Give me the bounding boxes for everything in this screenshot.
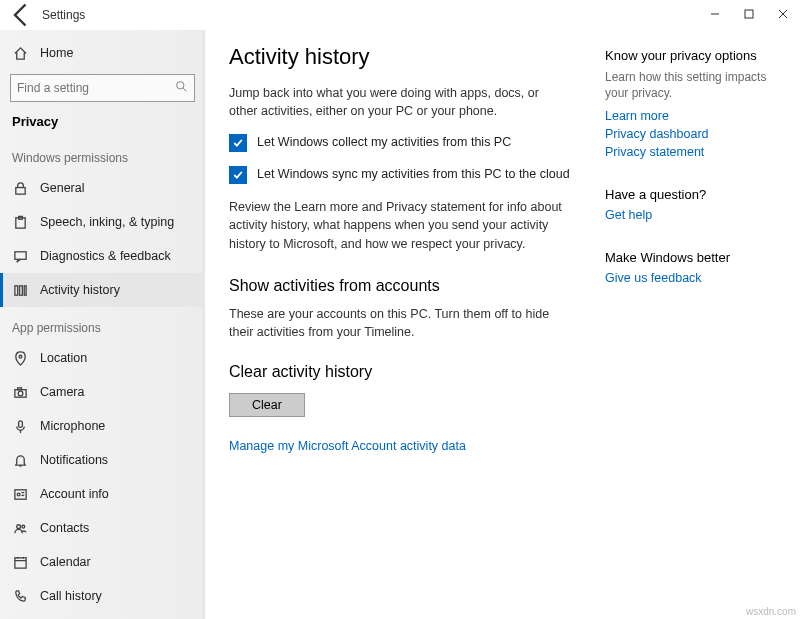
main-area: Activity history Jump back into what you… (205, 30, 800, 619)
sidebar: Home Privacy Windows permissions General… (0, 30, 205, 619)
sidebar-item-label: Location (40, 351, 87, 365)
account-icon (12, 487, 28, 502)
sidebar-item-label: Home (40, 46, 73, 60)
sidebar-item-call-history[interactable]: Call history (0, 579, 205, 613)
svg-rect-12 (24, 285, 26, 294)
checkbox-checked-icon (229, 166, 247, 184)
title-bar: Settings (0, 0, 800, 30)
clipboard-icon (12, 215, 28, 230)
sidebar-item-label: Speech, inking, & typing (40, 215, 174, 229)
sidebar-item-label: Activity history (40, 283, 120, 297)
checkbox-collect[interactable]: Let Windows collect my activities from t… (229, 134, 599, 152)
window-title: Settings (42, 8, 85, 22)
svg-line-5 (183, 88, 186, 91)
accounts-text: These are your accounts on this PC. Turn… (229, 305, 569, 341)
privacy-dashboard-link[interactable]: Privacy dashboard (605, 127, 769, 141)
sidebar-item-label: Microphone (40, 419, 105, 433)
phone-icon (12, 589, 28, 604)
privacy-statement-link[interactable]: Privacy statement (605, 145, 769, 159)
feedback-link[interactable]: Give us feedback (605, 271, 769, 285)
svg-point-4 (177, 82, 184, 89)
page-title: Activity history (229, 44, 599, 70)
location-icon (12, 351, 28, 366)
contacts-icon (12, 521, 28, 536)
search-input[interactable] (17, 81, 175, 95)
privacy-options-heading: Know your privacy options (605, 48, 769, 63)
sidebar-item-camera[interactable]: Camera (0, 375, 205, 409)
sidebar-item-speech[interactable]: Speech, inking, & typing (0, 205, 205, 239)
close-button[interactable] (766, 0, 800, 28)
maximize-button[interactable] (732, 0, 766, 28)
sidebar-item-home[interactable]: Home (0, 36, 205, 70)
checkbox-sync[interactable]: Let Windows sync my activities from this… (229, 166, 599, 184)
svg-rect-11 (19, 285, 22, 294)
sidebar-item-microphone[interactable]: Microphone (0, 409, 205, 443)
lock-icon (12, 181, 28, 196)
privacy-options-sub: Learn how this setting impacts your priv… (605, 69, 769, 101)
svg-rect-1 (745, 10, 753, 18)
checkbox-label: Let Windows collect my activities from t… (257, 134, 511, 150)
sidebar-item-location[interactable]: Location (0, 341, 205, 375)
sidebar-item-label: Notifications (40, 453, 108, 467)
sidebar-item-label: Contacts (40, 521, 89, 535)
sidebar-item-general[interactable]: General (0, 171, 205, 205)
search-box[interactable] (10, 74, 195, 102)
sidebar-item-label: General (40, 181, 84, 195)
get-help-link[interactable]: Get help (605, 208, 769, 222)
camera-icon (12, 385, 28, 400)
svg-rect-17 (18, 420, 22, 427)
feedback-icon (12, 249, 28, 264)
content-column: Activity history Jump back into what you… (229, 44, 599, 619)
svg-point-13 (19, 355, 22, 358)
review-text: Review the Learn more and Privacy statem… (229, 198, 569, 252)
question-heading: Have a question? (605, 187, 769, 202)
intro-text: Jump back into what you were doing with … (229, 84, 569, 120)
sidebar-item-label: Diagnostics & feedback (40, 249, 171, 263)
sidebar-item-label: Calendar (40, 555, 91, 569)
svg-rect-10 (14, 285, 17, 294)
sidebar-item-account-info[interactable]: Account info (0, 477, 205, 511)
watermark: wsxdn.com (746, 606, 796, 617)
back-button[interactable] (8, 1, 36, 29)
sidebar-item-email[interactable]: Email (0, 613, 205, 619)
svg-point-19 (17, 493, 20, 496)
app-body: Home Privacy Windows permissions General… (0, 30, 800, 619)
sidebar-item-label: Account info (40, 487, 109, 501)
svg-rect-24 (14, 557, 25, 567)
clear-button[interactable]: Clear (229, 393, 305, 417)
checkbox-checked-icon (229, 134, 247, 152)
sidebar-item-label: Camera (40, 385, 84, 399)
sidebar-group-app: App permissions (0, 307, 205, 341)
sidebar-item-contacts[interactable]: Contacts (0, 511, 205, 545)
svg-point-15 (18, 391, 23, 396)
better-heading: Make Windows better (605, 250, 769, 265)
sidebar-group-windows: Windows permissions (0, 137, 205, 171)
calendar-icon (12, 555, 28, 570)
svg-rect-16 (17, 387, 21, 389)
minimize-button[interactable] (698, 0, 732, 28)
clear-heading: Clear activity history (229, 363, 599, 381)
sidebar-item-label: Call history (40, 589, 102, 603)
manage-account-link[interactable]: Manage my Microsoft Account activity dat… (229, 439, 599, 453)
microphone-icon (12, 419, 28, 434)
sidebar-section-label: Privacy (0, 112, 205, 137)
activity-icon (12, 283, 28, 298)
sidebar-item-diagnostics[interactable]: Diagnostics & feedback (0, 239, 205, 273)
learn-more-link[interactable]: Learn more (605, 109, 769, 123)
svg-rect-6 (15, 187, 24, 194)
sidebar-item-calendar[interactable]: Calendar (0, 545, 205, 579)
svg-point-23 (21, 525, 24, 528)
home-icon (12, 46, 28, 61)
bell-icon (12, 453, 28, 468)
accounts-heading: Show activities from accounts (229, 277, 599, 295)
sidebar-item-notifications[interactable]: Notifications (0, 443, 205, 477)
svg-rect-9 (14, 251, 25, 259)
right-column: Know your privacy options Learn how this… (599, 44, 769, 619)
svg-point-22 (16, 524, 20, 528)
checkbox-label: Let Windows sync my activities from this… (257, 166, 570, 182)
search-icon (175, 80, 188, 96)
sidebar-item-activity-history[interactable]: Activity history (0, 273, 205, 307)
